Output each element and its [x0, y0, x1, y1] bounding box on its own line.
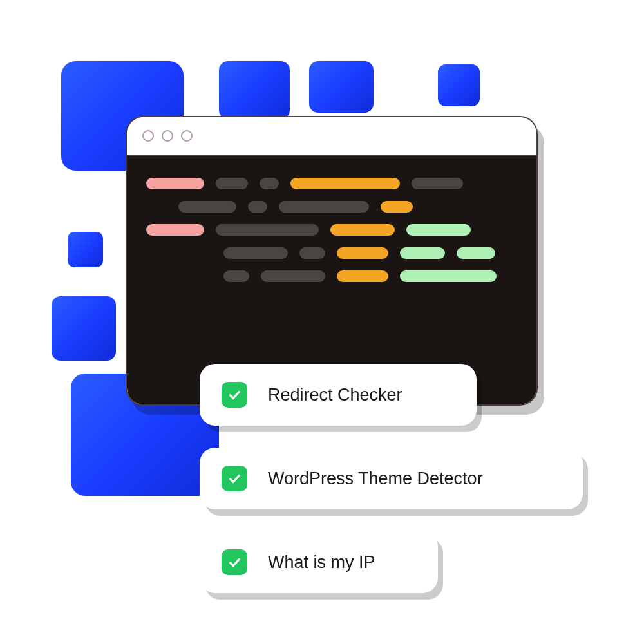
code-window	[126, 116, 538, 406]
decorative-square	[438, 64, 480, 106]
feature-label: Redirect Checker	[268, 385, 402, 405]
check-icon	[222, 382, 247, 408]
feature-label: WordPress Theme Detector	[268, 469, 483, 489]
window-dot-icon	[181, 130, 193, 142]
decorative-square	[219, 61, 290, 119]
feature-card-what-is-my-ip[interactable]: What is my IP	[200, 531, 438, 593]
window-dot-icon	[162, 130, 173, 142]
check-icon	[222, 466, 247, 491]
check-icon	[222, 549, 247, 575]
decorative-square	[68, 232, 103, 267]
feature-card-wordpress-theme-detector[interactable]: WordPress Theme Detector	[200, 448, 583, 509]
decorative-square	[52, 296, 116, 361]
decorative-square	[309, 61, 374, 113]
window-titlebar	[127, 117, 536, 156]
window-dot-icon	[142, 130, 154, 142]
feature-label: What is my IP	[268, 553, 375, 573]
feature-card-redirect-checker[interactable]: Redirect Checker	[200, 364, 477, 426]
